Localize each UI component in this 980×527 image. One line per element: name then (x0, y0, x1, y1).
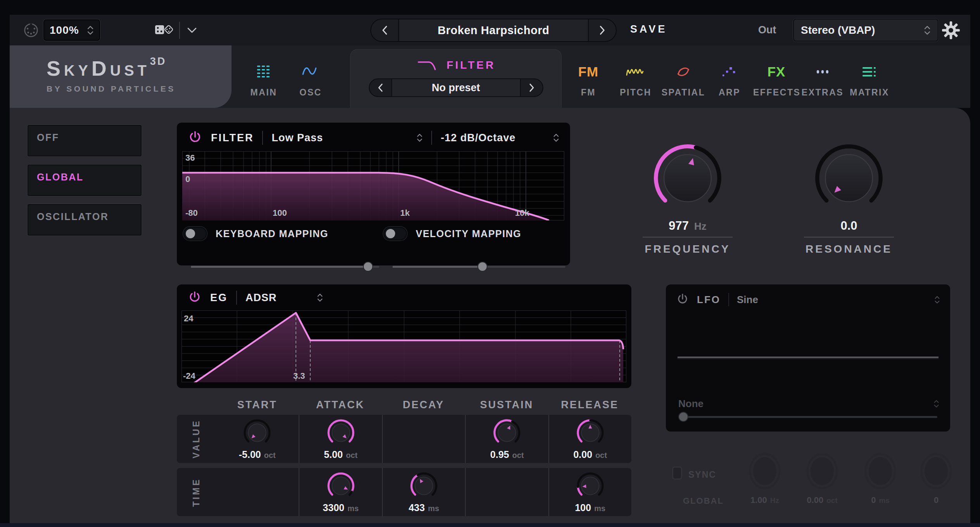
filter-xtick-1k: 1k (400, 208, 410, 218)
eg-xtick-peak: 3.3 (293, 371, 305, 381)
release-value[interactable]: 0.00 (573, 449, 592, 460)
filter-preset-name[interactable]: No preset (391, 79, 521, 96)
lfo-delay-value-row: 0ms (849, 495, 911, 505)
lfo-rate-value[interactable]: 1.00 (750, 495, 767, 505)
eg-envelope-graph[interactable]: 24 -24 3.3 (181, 310, 626, 382)
col-start-label: START (216, 399, 299, 411)
fm-text-icon: FM (578, 64, 599, 80)
tab-filter-active[interactable]: FILTER No preset (350, 49, 562, 108)
eg-mode-select[interactable]: ADSR (245, 292, 323, 304)
decay-time-knob[interactable] (409, 471, 439, 501)
filter-preset-navigator: No preset (369, 78, 543, 97)
stepper-chevrons-icon[interactable] (417, 133, 423, 142)
randomize-dice-icon[interactable] (154, 23, 174, 37)
lfo-extra-knob[interactable] (919, 452, 954, 491)
filter-type-value: Low Pass (271, 132, 323, 144)
tab-fm[interactable]: FM FM (565, 62, 612, 98)
arp-dots-icon (706, 62, 753, 82)
tab-extras[interactable]: EXTRAS (799, 62, 846, 98)
resonance-value[interactable]: 0.0 (840, 219, 857, 233)
fx-text-icon: FX (767, 64, 786, 80)
sidebar-item-oscillator[interactable]: OSCILLATOR (28, 204, 142, 236)
filter-xtick-10k: 10k (515, 208, 529, 218)
start-value-unit: oct (264, 451, 276, 459)
tab-pitch[interactable]: PITCH (612, 62, 659, 98)
slider-thumb[interactable] (363, 262, 373, 272)
attack-time-knob[interactable] (326, 471, 356, 501)
stepper-chevrons-icon[interactable] (933, 399, 939, 408)
start-value[interactable]: -5.00 (239, 449, 261, 460)
menu-chevron-down-icon[interactable] (187, 28, 197, 33)
eg-power-icon[interactable] (188, 291, 202, 305)
output-select[interactable]: Stereo (VBAP) (793, 19, 939, 42)
release-value-unit: oct (595, 451, 607, 459)
resonance-knob[interactable] (812, 141, 886, 215)
tab-arp[interactable]: ARP (706, 62, 753, 98)
tab-effects[interactable]: FX EFFECTS (753, 62, 800, 98)
lfo-extra-value[interactable]: 0 (934, 495, 939, 505)
lfo-delay-knob[interactable] (863, 452, 898, 491)
lfo-depth-knob[interactable] (805, 452, 840, 491)
preset-name-field[interactable]: Broken Harpsichord (398, 19, 589, 41)
tab-main[interactable]: MAIN (240, 62, 287, 98)
release-time-value[interactable]: 100 (575, 502, 591, 513)
release-time-knob[interactable] (576, 471, 605, 501)
decay-time-value[interactable]: 433 (409, 502, 425, 513)
slider-thumb[interactable] (477, 262, 487, 272)
attack-time-value[interactable]: 3300 (323, 502, 344, 513)
stepper-chevrons-icon[interactable] (934, 295, 940, 304)
sidebar-item-global[interactable]: GLOBAL (28, 165, 142, 196)
sidebar-item-off[interactable]: OFF (28, 125, 142, 156)
filter-power-icon[interactable] (188, 130, 202, 145)
save-button[interactable]: SAVE (630, 23, 667, 35)
attack-value-knob[interactable] (326, 418, 356, 447)
velocity-mapping-slider[interactable] (392, 262, 565, 272)
stepper-chevrons-icon[interactable] (317, 293, 323, 302)
sustain-value[interactable]: 0.95 (490, 449, 509, 460)
release-time-unit: ms (594, 504, 605, 513)
lfo-shape-select[interactable]: Sine (737, 294, 940, 306)
tab-matrix[interactable]: MATRIX (846, 62, 893, 98)
release-value-knob[interactable] (576, 418, 605, 447)
filter-type-select[interactable]: Low Pass (271, 132, 423, 144)
lfo-amount-slider[interactable] (678, 412, 937, 422)
tab-pitch-label: PITCH (612, 87, 659, 98)
frequency-value[interactable]: 977 (669, 219, 689, 233)
lfo-panel-title: LFO (697, 294, 721, 306)
lfo-sync-checkbox[interactable] (672, 466, 682, 480)
sustain-value-knob[interactable] (492, 418, 522, 447)
velocity-mapping-toggle[interactable] (383, 227, 407, 241)
keyboard-mapping-toggle[interactable] (183, 227, 207, 241)
attack-value[interactable]: 5.00 (324, 449, 343, 460)
lfo-extra-value-row: 0 (905, 495, 967, 505)
frequency-knob[interactable] (651, 141, 724, 215)
preset-next-button[interactable] (589, 19, 616, 41)
lfo-depth-value[interactable]: 0.00 (807, 495, 823, 505)
adsr-time-row: TIME 3300ms 433ms (177, 468, 631, 516)
stepper-chevrons-icon[interactable] (553, 133, 559, 142)
preset-prev-button[interactable] (371, 19, 398, 41)
lfo-target-select[interactable]: None (678, 398, 939, 410)
settings-gear-icon[interactable] (942, 21, 960, 40)
sustain-time-cell (465, 468, 548, 516)
start-time-cell (216, 468, 299, 516)
lfo-power-icon[interactable] (676, 293, 689, 306)
start-value-knob[interactable] (242, 418, 272, 447)
matrix-lines-icon (846, 62, 893, 82)
lfo-delay-value[interactable]: 0 (871, 495, 876, 505)
keyboard-mapping-slider[interactable] (191, 262, 379, 272)
lfo-rate-knob[interactable] (747, 452, 782, 491)
filter-response-graph[interactable]: 36 0 -80 100 1k 10k (182, 151, 564, 220)
zoom-level-stepper[interactable]: 100% (43, 19, 100, 41)
stepper-chevrons-icon[interactable] (87, 25, 94, 35)
stepper-chevrons-icon[interactable] (924, 25, 931, 35)
slider-thumb[interactable] (678, 412, 688, 422)
tab-spatial-label: SPATIAL (660, 87, 707, 98)
sine-wave-icon (287, 62, 334, 82)
tab-osc[interactable]: OSC (287, 62, 334, 98)
tab-spatial[interactable]: SPATIAL (660, 62, 707, 98)
filter-slope-select[interactable]: -12 dB/Octave (441, 132, 559, 144)
filter-preset-next-button[interactable] (521, 79, 543, 96)
logo-3d-sup: 3D (150, 55, 167, 67)
filter-preset-prev-button[interactable] (370, 79, 391, 96)
